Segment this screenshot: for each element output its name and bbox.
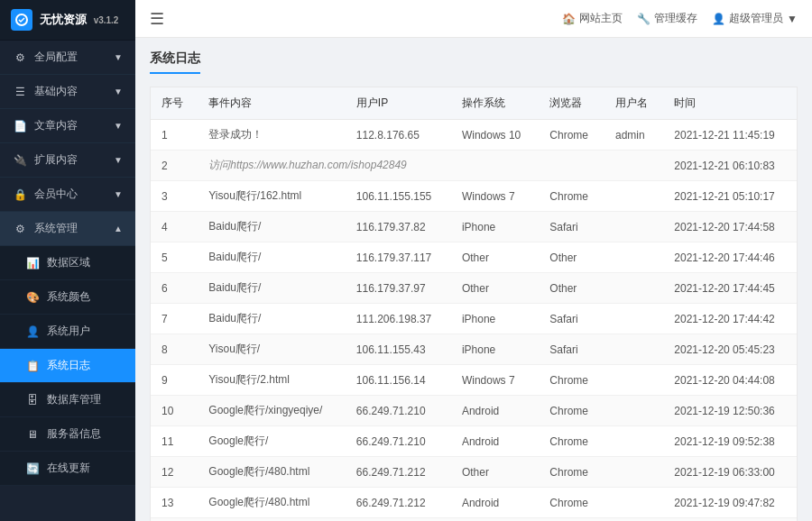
cell-os: Windows 10 bbox=[451, 120, 539, 151]
content-area: 系统日志 序号 事件内容 用户IP 操作系统 浏览器 用户名 时间 1 bbox=[135, 38, 812, 521]
table-row: 9 Yisou爬行/2.html 106.11.156.14 Windows 7… bbox=[151, 365, 797, 396]
table-row: 10 Google爬行/xingyeqiye/ 66.249.71.210 An… bbox=[151, 396, 797, 426]
cell-time: 2021-12-19 09:47:82 bbox=[663, 488, 797, 518]
cell-time: 2021-12-21 11:45:19 bbox=[663, 120, 797, 151]
user-avatar-icon: 👤 bbox=[712, 13, 725, 25]
cell-event: Google爬行/480.html bbox=[198, 457, 346, 488]
cell-os: iPhone bbox=[451, 334, 539, 365]
cell-id: 6 bbox=[151, 273, 198, 304]
col-event: 事件内容 bbox=[198, 87, 346, 120]
logo-icon bbox=[11, 9, 32, 31]
menu-label: 数据库管理 bbox=[47, 392, 101, 407]
cell-browser: Other bbox=[539, 273, 604, 304]
col-id: 序号 bbox=[151, 87, 198, 120]
menu-label: 数据区域 bbox=[47, 255, 90, 270]
page-title: 系统日志 bbox=[150, 50, 200, 74]
cell-time: 2021-12-20 04:44:08 bbox=[663, 365, 797, 396]
cell-ip: 116.179.37.117 bbox=[346, 242, 451, 273]
cell-time: 2021-12-21 06:10:83 bbox=[663, 151, 797, 181]
cell-username bbox=[604, 396, 663, 426]
cell-ip: 66.249.71.212 bbox=[346, 488, 451, 518]
sidebar-item-base-content[interactable]: ☰ 基础内容 ▼ bbox=[0, 75, 135, 109]
menu-label: 扩展内容 bbox=[34, 152, 78, 168]
log-icon: 📋 bbox=[25, 359, 40, 373]
user-menu-link[interactable]: 👤 超级管理员 ▼ bbox=[712, 11, 798, 26]
cell-event: Google爬行/480.html bbox=[198, 488, 346, 518]
cell-time: 2021-12-20 17:44:46 bbox=[663, 242, 797, 273]
sidebar-item-text-content[interactable]: 📄 文章内容 ▼ bbox=[0, 109, 135, 143]
sidebar-item-member-center[interactable]: 🔒 会员中心 ▼ bbox=[0, 178, 135, 212]
cell-username bbox=[604, 181, 663, 212]
arrow-icon: ▼ bbox=[114, 155, 123, 165]
cell-event: Baidu爬行/ bbox=[198, 273, 346, 304]
arrow-up-icon: ▲ bbox=[114, 224, 123, 233]
arrow-icon: ▼ bbox=[114, 121, 123, 131]
cell-ip: 112.8.176.65 bbox=[346, 120, 451, 151]
sidebar-item-system-log[interactable]: 📋 系统日志 bbox=[0, 349, 135, 383]
cell-ip: 116.179.37.82 bbox=[346, 212, 451, 242]
cell-id: 13 bbox=[151, 488, 198, 518]
sidebar-item-db-manage[interactable]: 🗄 数据库管理 bbox=[0, 383, 135, 417]
cell-username bbox=[604, 304, 663, 334]
menu-label: 会员中心 bbox=[34, 187, 78, 202]
col-ip: 用户IP bbox=[346, 87, 451, 120]
cell-event: 登录成功！ bbox=[198, 120, 346, 151]
hamburger-button[interactable]: ☰ bbox=[150, 9, 164, 29]
cell-os: Windows 7 bbox=[451, 181, 539, 212]
sidebar: 无忧资源 v3.1.2 ⚙ 全局配置 ▼ ☰ 基础内容 ▼ 📄 文章内容 ▼ 🔌… bbox=[0, 0, 135, 521]
sidebar-item-extend-content[interactable]: 🔌 扩展内容 ▼ bbox=[0, 143, 135, 178]
sidebar-item-server-info[interactable]: 🖥 服务器信息 bbox=[0, 417, 135, 452]
table-row: 4 Baidu爬行/ 116.179.37.82 iPhone Safari 2… bbox=[151, 212, 797, 242]
sidebar-item-system-color[interactable]: 🎨 系统颜色 bbox=[0, 280, 135, 315]
cell-id: 2 bbox=[151, 151, 198, 181]
data-icon: 📊 bbox=[25, 256, 40, 270]
color-icon: 🎨 bbox=[25, 290, 40, 305]
cell-browser: Other bbox=[539, 242, 604, 273]
table-row: 2 访问https://www.huzhan.com/ishop42849 20… bbox=[151, 151, 797, 181]
doc-icon: 📄 bbox=[13, 119, 27, 133]
cell-username bbox=[604, 457, 663, 488]
arrow-icon: ▼ bbox=[114, 87, 123, 96]
cell-id: 7 bbox=[151, 304, 198, 334]
cell-event: Google爬行/ bbox=[198, 426, 346, 457]
col-time: 时间 bbox=[663, 87, 797, 120]
website-home-link[interactable]: 🏠 网站主页 bbox=[562, 11, 623, 26]
member-icon: 🔒 bbox=[13, 187, 27, 202]
menu-label: 文章内容 bbox=[34, 118, 78, 133]
cell-username bbox=[604, 334, 663, 365]
cell-event: Baidu爬行/ bbox=[198, 304, 346, 334]
cell-username bbox=[604, 242, 663, 273]
admin-manage-link[interactable]: 🔧 管理缓存 bbox=[637, 11, 697, 26]
menu-label: 服务器信息 bbox=[47, 426, 101, 442]
cell-os: iPhone bbox=[451, 212, 539, 242]
cell-id: 5 bbox=[151, 242, 198, 273]
cell-event-span: 访问https://www.huzhan.com/ishop42849 bbox=[198, 151, 663, 181]
sidebar-item-full-settings[interactable]: ⚙ 全局配置 ▼ bbox=[0, 41, 135, 75]
cell-os: iPhone bbox=[451, 304, 539, 334]
table-row: 3 Yisou爬行/162.html 106.11.155.155 Window… bbox=[151, 181, 797, 212]
menu-label: 全局配置 bbox=[34, 50, 78, 65]
extend-icon: 🔌 bbox=[13, 153, 27, 168]
cell-username bbox=[604, 212, 663, 242]
cell-id: 14 bbox=[151, 518, 198, 522]
cell-time: 2021-12-20 17:44:58 bbox=[663, 212, 797, 242]
logo: 无忧资源 v3.1.2 bbox=[0, 0, 135, 41]
cell-browser: Chrome bbox=[539, 426, 604, 457]
home-icon: 🏠 bbox=[562, 13, 576, 25]
sidebar-item-online-update[interactable]: 🔄 在线更新 bbox=[0, 452, 135, 486]
menu-label: 系统管理 bbox=[34, 221, 78, 236]
cell-os: Android bbox=[451, 426, 539, 457]
cell-ip: 66.249.71.210 bbox=[346, 396, 451, 426]
sidebar-item-system-user[interactable]: 👤 系统用户 bbox=[0, 315, 135, 349]
cell-os: Other bbox=[451, 273, 539, 304]
settings-icon: ⚙ bbox=[13, 50, 27, 65]
col-os: 操作系统 bbox=[451, 87, 539, 120]
table-row: 11 Google爬行/ 66.249.71.210 Android Chrom… bbox=[151, 426, 797, 457]
cell-browser: Chrome bbox=[539, 488, 604, 518]
cell-id: 3 bbox=[151, 181, 198, 212]
sidebar-item-data-area[interactable]: 📊 数据区域 bbox=[0, 246, 135, 280]
cell-time: 2021-12-20 17:44:45 bbox=[663, 273, 797, 304]
menu-label: 系统日志 bbox=[47, 358, 90, 373]
menu-label: 系统用户 bbox=[47, 324, 90, 339]
sidebar-item-system-manage[interactable]: ⚙ 系统管理 ▲ bbox=[0, 212, 135, 246]
